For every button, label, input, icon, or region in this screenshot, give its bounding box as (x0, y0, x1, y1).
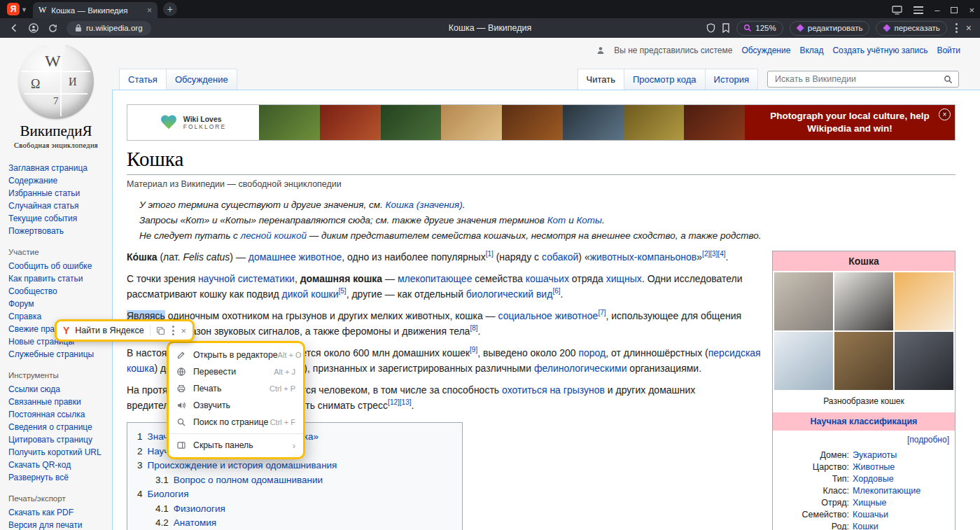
page-tab[interactable]: Статья (119, 69, 167, 90)
wiki-link[interactable]: Кот (547, 215, 566, 225)
wiki-search-icon[interactable] (944, 75, 953, 84)
tab-close-icon[interactable]: × (147, 6, 152, 15)
wiki-link[interactable]: охотиться на грызунов (502, 384, 605, 396)
sidebar-item[interactable]: Связанные правки (8, 396, 108, 408)
toc-link[interactable]: Биология (148, 489, 189, 499)
overflow-menu-icon[interactable] (953, 23, 960, 33)
page-tab[interactable]: Просмотр кода (624, 69, 706, 90)
back-button[interactable] (8, 22, 20, 34)
sidebar-item[interactable]: Как править статьи (8, 272, 108, 285)
reload-button[interactable] (48, 23, 58, 34)
protect-shield-icon[interactable] (706, 23, 715, 33)
menu-item[interactable]: ПечатьCtrl + P (169, 380, 303, 397)
sidebar-item[interactable]: Сведения о странице (8, 421, 108, 433)
close-button[interactable]: × (969, 6, 974, 15)
wiki-link[interactable]: животных-компаньонов (590, 251, 697, 263)
toc-item[interactable]: 3Происхождение и история одомашнивания (137, 459, 449, 473)
sidebar-item[interactable]: Пожертвовать (8, 225, 108, 237)
wiki-link[interactable]: научной систематики (198, 273, 295, 284)
wiki-link[interactable]: Кошка (значения) (386, 200, 463, 210)
sidebar-item[interactable]: Текущие события (8, 212, 108, 225)
maximize-button[interactable] (951, 7, 958, 13)
classification-header[interactable]: Научная классификация (773, 412, 955, 431)
sidebar-item[interactable]: Получить короткий URL (8, 446, 108, 459)
reference-link[interactable]: [8] (470, 324, 477, 332)
reference-link[interactable]: [1] (486, 250, 493, 258)
details-link[interactable]: [подробно] (773, 431, 955, 448)
new-tab-button[interactable]: + (163, 2, 177, 16)
cast-icon[interactable] (892, 6, 902, 15)
wiki-link[interactable]: лесной кошкой (241, 230, 307, 241)
sidebar-item[interactable]: Заглавная страница (8, 162, 108, 174)
wiki-link[interactable]: фелинологическими (534, 363, 627, 374)
reference-link[interactable]: [13] (400, 398, 412, 406)
wiki-link[interactable]: биологический вид (466, 288, 553, 300)
wiki-link[interactable]: хищных (606, 273, 642, 284)
retell-button[interactable]: пересказать (876, 21, 946, 36)
wiki-link[interactable]: Коты (576, 215, 602, 225)
page-tab[interactable]: Читать (578, 69, 624, 90)
personal-link[interactable]: Вклад (799, 46, 823, 55)
browser-logo[interactable]: Я (7, 3, 20, 15)
reference-link[interactable]: [5] (339, 287, 346, 295)
personal-link[interactable]: Войти (937, 46, 960, 55)
find-in-yandex-label[interactable]: Найти в Яндексе (75, 326, 144, 335)
sidebar-item[interactable]: Ссылки сюда (8, 383, 108, 396)
wiki-link[interactable]: собакой (542, 251, 578, 263)
wiki-link[interactable]: социальное животное (498, 310, 598, 321)
wiki-link[interactable]: млекопитающее (398, 273, 472, 284)
reference-link[interactable]: [3] (710, 250, 718, 258)
edit-button[interactable]: редактировать (790, 21, 870, 36)
taxonomy-value[interactable]: Хордовые (853, 473, 894, 485)
toc-link[interactable]: Вопрос о полном одомашнивании (174, 475, 323, 485)
sidebar-item[interactable]: Содержание (8, 174, 108, 187)
chevron-down-icon[interactable]: ▼ (21, 6, 27, 13)
wiki-link[interactable]: пород (578, 347, 606, 358)
taxonomy-value[interactable]: Кошки (853, 521, 878, 530)
menu-item[interactable]: Поиск по страницеCtrl + F (169, 414, 303, 431)
reference-link[interactable]: [9] (470, 346, 477, 354)
sidebar-item[interactable]: Постоянная ссылка (8, 408, 108, 421)
sidebar-item[interactable]: Сообщество (8, 285, 108, 298)
profile-icon[interactable] (28, 22, 39, 34)
wiki-search-input[interactable] (774, 74, 944, 85)
page-tab[interactable]: История (705, 69, 758, 90)
wiki-link[interactable]: дикой кошки (282, 288, 339, 300)
menu-icon[interactable] (913, 6, 923, 14)
reference-link[interactable]: [2] (702, 250, 710, 258)
popup-close-icon[interactable]: × (181, 326, 187, 336)
menu-item[interactable]: Открыть в редактореAlt + O (169, 347, 303, 363)
personal-link[interactable]: Обсуждение (741, 46, 790, 55)
toc-link[interactable]: Физиология (174, 503, 225, 514)
popup-menu-dots-icon[interactable] (171, 326, 176, 335)
toc-link[interactable]: Анатомия (174, 517, 216, 528)
sidebar-item[interactable]: Скачать как PDF (8, 506, 108, 519)
wiki-search-box[interactable] (767, 71, 959, 88)
reference-link[interactable]: [6] (552, 287, 560, 295)
reference-link[interactable]: [4] (718, 250, 725, 258)
minimize-button[interactable]: – (934, 6, 939, 15)
sidebar-item[interactable]: Развернуть всё (8, 471, 108, 484)
sidebar-item[interactable]: Цитировать страницу (8, 433, 108, 446)
sidebar-item[interactable]: Версия для печати (8, 519, 108, 530)
menu-item[interactable]: Скрыть панель› (169, 437, 303, 454)
reference-link[interactable]: [7] (598, 309, 606, 316)
reference-link[interactable]: [12] (388, 398, 400, 406)
menu-item[interactable]: ПеревестиAlt + J (169, 363, 303, 380)
wiki-link[interactable]: домашнее животное (248, 251, 342, 263)
toc-item[interactable]: 4.2Анатомия (137, 516, 449, 530)
copy-icon[interactable] (156, 326, 165, 335)
sidebar-item[interactable]: Скачать QR-код (8, 459, 108, 471)
toc-link[interactable]: Происхождение и история одомашнивания (148, 460, 337, 470)
sidebar-item[interactable]: Форум (8, 298, 108, 310)
sidebar-item[interactable]: Избранные статьи (8, 187, 108, 200)
personal-link[interactable]: Создать учётную запись (832, 46, 927, 55)
sidebar-item[interactable]: Сообщить об ошибке (8, 260, 108, 272)
yandex-selection-popup[interactable]: Y Найти в Яндексе × (55, 319, 195, 342)
toolbar-close-icon[interactable]: × (966, 22, 972, 34)
taxonomy-value[interactable]: Эукариоты (853, 449, 897, 461)
taxonomy-value[interactable]: Млекопитающие (853, 485, 920, 497)
banner-close-icon[interactable]: × (939, 109, 951, 120)
toc-item[interactable]: 3.1Вопрос о полном одомашнивании (137, 473, 449, 488)
browser-tab[interactable]: W Кошка — Википедия × (33, 2, 158, 18)
